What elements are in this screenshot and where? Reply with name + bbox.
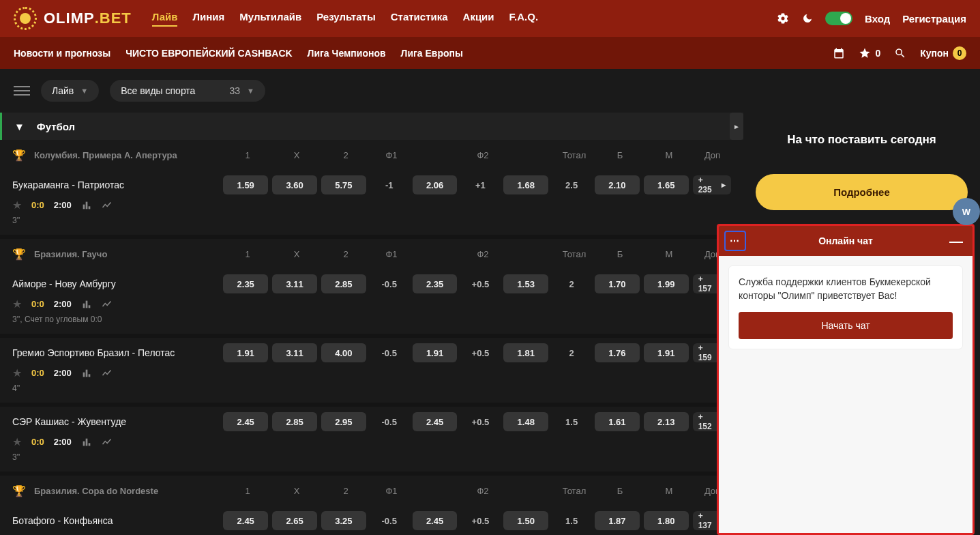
subnav-item[interactable]: ЧИСТО ЕВРОПЕЙСКИЙ CASHBACK — [125, 48, 292, 59]
odd-2[interactable]: 5.75 — [321, 175, 366, 194]
sidebar-more-button[interactable]: Подробнее — [756, 174, 968, 210]
odd-2[interactable]: 3.25 — [321, 511, 366, 530]
stats-icon[interactable] — [81, 200, 92, 211]
col-f2-spread: Ф2 — [462, 249, 504, 259]
theme-toggle[interactable] — [825, 12, 852, 25]
odd-under[interactable]: 1.65 — [644, 175, 689, 194]
stats-icon[interactable] — [81, 437, 92, 448]
col-1: 1 — [223, 249, 272, 259]
stats-icon[interactable] — [81, 299, 92, 310]
match-time: 2:00 — [54, 200, 72, 210]
trend-icon[interactable] — [102, 437, 114, 447]
trend-icon[interactable] — [102, 300, 114, 309]
odd-1[interactable]: 2.45 — [223, 511, 268, 530]
odd-2[interactable]: 4.00 — [321, 343, 366, 362]
logo[interactable]: OLIMP.BET — [14, 7, 132, 30]
nav-item[interactable]: Лайв — [152, 11, 178, 27]
chat-widget: ⋯ Онлайн чат — Служба поддержки клиентов… — [717, 224, 975, 535]
odd-over[interactable]: 1.87 — [595, 511, 640, 530]
match-teams[interactable]: Ботафого - Конфьянса — [12, 515, 223, 526]
odd-f2[interactable]: 1.81 — [503, 343, 548, 362]
calendar-icon[interactable] — [833, 47, 845, 59]
match-teams[interactable]: Гремио Эспортиво Бразил - Пелотас — [12, 347, 223, 358]
favorite-star-icon[interactable]: ★ — [12, 298, 22, 310]
odd-f1[interactable]: 2.45 — [413, 412, 458, 431]
league-header[interactable]: 🏆Бразилия. Гаучо1X2Ф1Ф2ТоталБМДоп — [0, 239, 743, 269]
odd-over[interactable]: 1.76 — [595, 343, 640, 362]
nav-item[interactable]: Статистика — [391, 11, 448, 27]
league-header[interactable]: 🏆Колумбия. Примера A. Апертура1X2Ф1Ф2Тот… — [0, 140, 743, 170]
col-x: X — [272, 150, 321, 160]
odd-f2[interactable]: 1.50 — [503, 511, 548, 530]
favorite-star-icon[interactable]: ★ — [12, 199, 22, 212]
subnav-item[interactable]: Новости и прогнозы — [14, 48, 110, 59]
spread-2: +0.5 — [461, 516, 499, 526]
match-teams[interactable]: Айморе - Нову Амбургу — [12, 278, 223, 289]
league-header[interactable]: 🏆Бразилия. Copa do Nordeste1X2Ф1Ф2ТоталБ… — [0, 476, 743, 506]
odd-over[interactable]: 1.61 — [595, 412, 640, 431]
total-line: 2 — [552, 279, 591, 289]
chevron-down-icon[interactable]: ▼ — [14, 121, 25, 132]
score: 0:0 — [31, 368, 44, 378]
odd-x[interactable]: 3.60 — [272, 175, 317, 194]
odd-f1[interactable]: 2.35 — [413, 274, 458, 293]
chat-start-button[interactable]: Начать чат — [739, 312, 953, 339]
trend-icon[interactable] — [102, 368, 114, 378]
register-button[interactable]: Регистрация — [902, 13, 966, 25]
more-markets-button[interactable]: + 235 ▸ — [693, 175, 731, 194]
svg-rect-10 — [85, 438, 87, 446]
nav-item[interactable]: F.A.Q. — [509, 11, 539, 27]
match-row: Букараманга - Патриотас1.593.605.75-12.0… — [0, 170, 743, 239]
gear-icon[interactable] — [776, 12, 790, 25]
match-teams[interactable]: Букараманга - Патриотас — [12, 179, 223, 190]
mode-select[interactable]: Лайв ▼ — [41, 80, 99, 102]
odd-f1[interactable]: 1.91 — [413, 343, 458, 362]
stats-icon[interactable] — [81, 368, 92, 379]
odd-2[interactable]: 2.85 — [321, 274, 366, 293]
nav-item[interactable]: Линия — [192, 11, 224, 27]
odd-under[interactable]: 1.80 — [644, 511, 689, 530]
odd-f2[interactable]: 1.68 — [503, 175, 548, 194]
nav-item[interactable]: Мультилайв — [239, 11, 301, 27]
odd-1[interactable]: 2.45 — [223, 412, 268, 431]
odd-f1[interactable]: 2.45 — [413, 511, 458, 530]
odd-x[interactable]: 3.11 — [272, 274, 317, 293]
subnav-item[interactable]: Лига Чемпионов — [308, 48, 386, 59]
odd-f2[interactable]: 1.53 — [503, 274, 548, 293]
odd-1[interactable]: 1.59 — [223, 175, 268, 194]
nav-item[interactable]: Результаты — [316, 11, 375, 27]
odd-x[interactable]: 3.11 — [272, 343, 317, 362]
odd-over[interactable]: 1.70 — [595, 274, 640, 293]
favorites-count[interactable]: 0 — [859, 47, 880, 59]
match-teams[interactable]: СЭР Кашиас - Жувентуде — [12, 416, 223, 427]
spread-1: -0.5 — [370, 417, 409, 427]
search-icon[interactable] — [894, 47, 906, 59]
vk-icon[interactable]: W — [953, 198, 980, 225]
match-row: Айморе - Нову Амбургу2.353.112.85-0.52.3… — [0, 269, 743, 338]
odd-2[interactable]: 2.95 — [321, 412, 366, 431]
favorite-star-icon[interactable]: ★ — [12, 435, 22, 448]
match-note: 3'', Счет по угловым 0:0 — [12, 315, 731, 324]
odd-f2[interactable]: 1.48 — [503, 412, 548, 431]
sport-select[interactable]: Все виды спорта 33 ▼ — [110, 80, 265, 102]
odd-f1[interactable]: 2.06 — [413, 175, 458, 194]
subnav-item[interactable]: Лига Европы — [401, 48, 463, 59]
favorite-star-icon[interactable]: ★ — [12, 366, 22, 379]
coupon-label: Купон — [920, 48, 949, 59]
odd-over[interactable]: 2.10 — [595, 175, 640, 194]
sport-header[interactable]: ▼ Футбол — [0, 113, 743, 140]
nav-item[interactable]: Акции — [463, 11, 494, 27]
odd-x[interactable]: 2.85 — [272, 412, 317, 431]
odd-1[interactable]: 1.91 — [223, 343, 268, 362]
next-arrow-icon[interactable]: ► — [730, 113, 743, 140]
odd-under[interactable]: 2.13 — [644, 412, 689, 431]
login-button[interactable]: Вход — [865, 13, 890, 25]
menu-icon[interactable] — [14, 86, 30, 96]
score: 0:0 — [31, 437, 44, 447]
odd-1[interactable]: 2.35 — [223, 274, 268, 293]
coupon-button[interactable]: Купон 0 — [920, 46, 966, 60]
trend-icon[interactable] — [102, 201, 114, 210]
odd-under[interactable]: 1.99 — [644, 274, 689, 293]
odd-x[interactable]: 2.65 — [272, 511, 317, 530]
odd-under[interactable]: 1.91 — [644, 343, 689, 362]
